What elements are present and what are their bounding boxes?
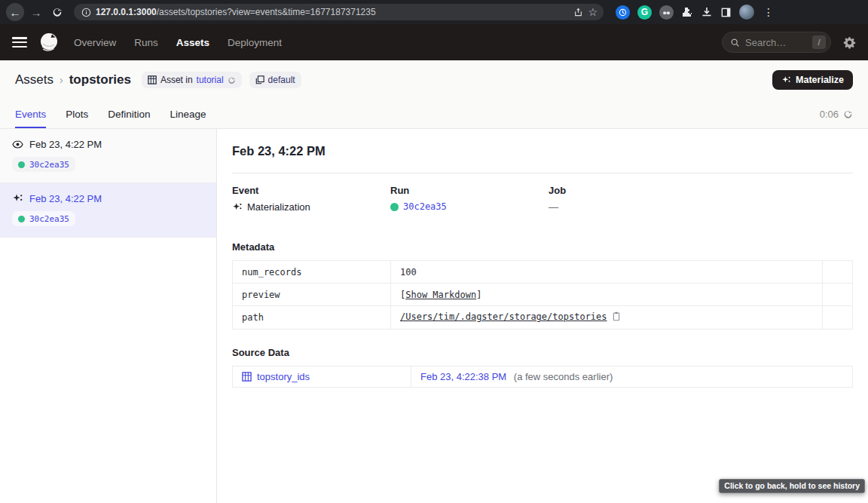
- metadata-value: 100: [391, 261, 823, 284]
- event-timestamp: Feb 23, 4:22 PM: [29, 139, 102, 150]
- app-navbar: Overview Runs Assets Deployment /: [0, 24, 868, 60]
- extensions-puzzle-icon[interactable]: [681, 6, 693, 18]
- bracket: ]: [476, 290, 481, 300]
- tab-lineage[interactable]: Lineage: [170, 100, 206, 128]
- asset-page-header: Assets › topstories Asset in tutorial de…: [0, 60, 868, 100]
- job-label: Job: [549, 185, 853, 196]
- url-host: 127.0.0.1:3000: [96, 7, 157, 17]
- event-label: Event: [232, 185, 390, 196]
- tab-plots[interactable]: Plots: [66, 100, 88, 128]
- tag-label-prefix: Asset in: [160, 75, 193, 85]
- group-layers-icon: [255, 75, 264, 84]
- grammarly-icon[interactable]: G: [637, 5, 652, 20]
- job-column: Job —: [549, 185, 853, 213]
- global-search[interactable]: /: [722, 32, 831, 53]
- source-data-title: Source Data: [232, 347, 853, 358]
- materialize-button[interactable]: Materialize: [772, 70, 853, 90]
- event-column: Event Materialization: [232, 185, 390, 213]
- page-title: topstories: [69, 72, 131, 87]
- run-id: 30c2ea35: [29, 160, 69, 170]
- asset-table-icon: [148, 75, 157, 84]
- run-id-link[interactable]: 30c2ea35: [403, 201, 447, 212]
- run-tag[interactable]: 30c2ea35: [12, 211, 75, 226]
- metadata-row-preview: preview [Show Markdown]: [233, 284, 853, 306]
- browser-menu-icon[interactable]: ⋮: [762, 6, 775, 18]
- metadata-row-num-records: num_records 100: [233, 261, 853, 284]
- run-label: Run: [390, 185, 549, 196]
- run-tag[interactable]: 30c2ea35: [12, 157, 75, 172]
- bookmark-star-icon[interactable]: ☆: [588, 6, 598, 18]
- dagster-logo[interactable]: [38, 31, 60, 54]
- nav-item-assets[interactable]: Assets: [176, 37, 209, 48]
- materialize-label: Materialize: [796, 75, 844, 85]
- upstream-asset-link[interactable]: topstory_ids: [242, 371, 402, 382]
- breadcrumb: Assets › topstories: [15, 72, 131, 87]
- tab-definition[interactable]: Definition: [108, 100, 150, 128]
- browser-forward-button[interactable]: →: [27, 3, 45, 21]
- site-info-icon[interactable]: [81, 8, 91, 17]
- tag-asset-in-tutorial[interactable]: Asset in tutorial: [142, 72, 242, 88]
- browser-extensions: G ⋮: [616, 5, 775, 20]
- tag-group-default[interactable]: default: [249, 72, 301, 88]
- copy-path-icon[interactable]: [612, 313, 621, 324]
- refresh-icon[interactable]: [843, 109, 853, 119]
- search-input[interactable]: [745, 37, 807, 48]
- breadcrumb-separator: ›: [60, 74, 63, 86]
- nav-item-overview[interactable]: Overview: [74, 37, 116, 48]
- reload-icon: [52, 7, 63, 17]
- source-timestamp-link[interactable]: Feb 23, 4:22:38 PM: [420, 371, 506, 382]
- metadata-title: Metadata: [232, 241, 853, 253]
- nav-item-runs[interactable]: Runs: [134, 37, 158, 48]
- url-path: /assets/topstories?view=events&time=1677…: [157, 7, 376, 17]
- back-button-tooltip: Click to go back, hold to see history: [719, 479, 865, 493]
- tab-events[interactable]: Events: [15, 100, 46, 128]
- browser-back-button[interactable]: ←: [6, 3, 24, 21]
- asset-table-icon: [242, 372, 252, 382]
- run-id: 30c2ea35: [29, 214, 69, 224]
- profile-avatar[interactable]: [739, 5, 754, 20]
- materialization-sparkle-icon: [232, 202, 243, 213]
- event-detail-title: Feb 23, 4:22 PM: [232, 144, 853, 158]
- metadata-key: path: [233, 306, 391, 330]
- downloads-icon[interactable]: [701, 6, 713, 18]
- breadcrumb-assets-link[interactable]: Assets: [15, 72, 53, 87]
- timer-value: 0:06: [820, 109, 839, 120]
- side-panel-icon[interactable]: [720, 7, 732, 18]
- metadata-key: preview: [233, 284, 391, 306]
- hamburger-menu-icon[interactable]: [12, 37, 27, 48]
- share-icon[interactable]: [573, 7, 583, 17]
- nav-item-deployment[interactable]: Deployment: [228, 37, 282, 48]
- run-status-dot: [18, 161, 25, 168]
- materialization-sparkle-icon: [12, 193, 23, 204]
- extension-icon-goggles[interactable]: [659, 5, 674, 20]
- metadata-value: /Users/tim/.dagster/storage/topstories: [391, 306, 823, 330]
- asset-tabs: Events Plots Definition Lineage 0:06: [0, 100, 868, 129]
- event-list-item-observation[interactable]: Feb 23, 4:22 PM 30c2ea35: [0, 129, 216, 183]
- metadata-section: Metadata num_records 100 preview [Show M…: [232, 241, 853, 330]
- event-timestamp: Feb 23, 4:22 PM: [29, 193, 102, 204]
- path-link[interactable]: /Users/tim/.dagster/storage/topstories: [400, 311, 607, 322]
- browser-reload-button[interactable]: [48, 3, 66, 21]
- tutorial-link[interactable]: tutorial: [197, 75, 224, 85]
- eye-icon: [12, 139, 23, 150]
- source-relative-time: (a few seconds earlier): [514, 371, 613, 382]
- browser-toolbar: ← → 127.0.0.1:3000/assets/topstories?vie…: [0, 0, 868, 24]
- source-data-section: Source Data topstory_ids Feb 23, 4:22:38…: [232, 347, 853, 388]
- job-value: —: [549, 201, 853, 213]
- settings-gear-icon[interactable]: [843, 36, 856, 49]
- reload-definitions-icon[interactable]: [228, 76, 236, 84]
- sparkle-icon: [781, 75, 791, 85]
- extension-icon-blue[interactable]: [616, 5, 630, 20]
- event-detail-panel: Feb 23, 4:22 PM Event Materialization Ru…: [217, 129, 868, 503]
- primary-nav: Overview Runs Assets Deployment: [74, 37, 282, 48]
- run-status-dot: [18, 216, 25, 222]
- show-markdown-link[interactable]: Show Markdown: [405, 290, 476, 300]
- upstream-asset-name: topstory_ids: [257, 371, 310, 382]
- event-type-value: Materialization: [247, 201, 310, 213]
- address-bar[interactable]: 127.0.0.1:3000/assets/topstories?view=ev…: [74, 4, 604, 20]
- event-list-sidebar: Feb 23, 4:22 PM 30c2ea35 Feb 23, 4:22 PM…: [0, 129, 217, 503]
- search-icon: [730, 38, 740, 48]
- event-list-item-materialization[interactable]: Feb 23, 4:22 PM 30c2ea35: [0, 183, 216, 238]
- run-status-dot: [390, 203, 399, 211]
- run-column: Run 30c2ea35: [390, 185, 549, 213]
